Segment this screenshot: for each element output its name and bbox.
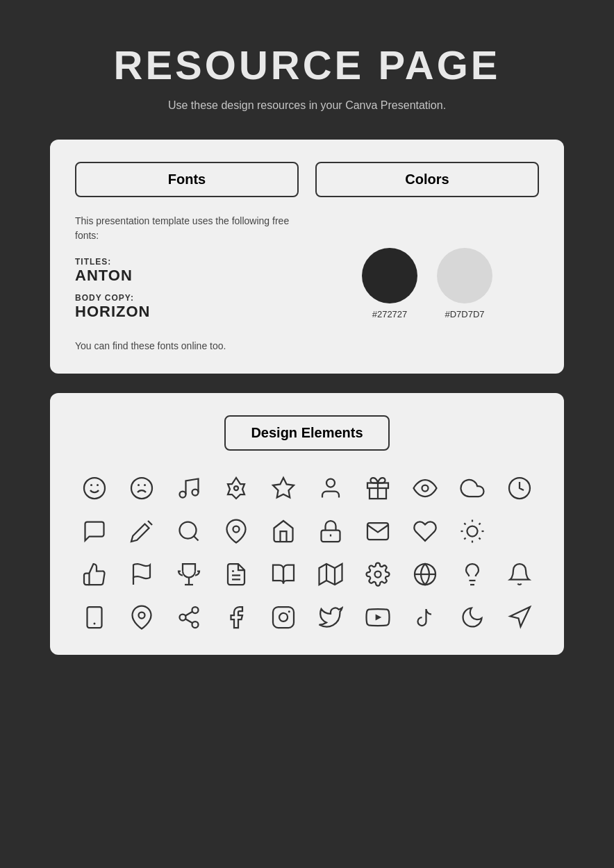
color-swatch-dark: #272727 <box>362 248 417 319</box>
color-swatch-light: #D7D7D7 <box>437 248 492 319</box>
tiktok-icon <box>410 602 440 633</box>
flag-icon <box>126 559 157 590</box>
svg-point-6 <box>180 492 186 498</box>
megaphone-icon <box>504 602 535 633</box>
document-icon <box>221 559 251 590</box>
mail-icon <box>363 516 393 546</box>
svg-point-37 <box>375 571 381 578</box>
svg-point-47 <box>192 621 199 628</box>
bell-icon <box>504 559 535 590</box>
svg-line-28 <box>464 538 465 540</box>
lock-icon <box>315 516 346 546</box>
sad-icon <box>126 473 157 503</box>
rocket-icon <box>221 473 251 503</box>
svg-line-49 <box>185 612 192 616</box>
color-hex-dark: #272727 <box>372 309 408 319</box>
search-icon <box>174 516 204 546</box>
book-icon <box>268 559 299 590</box>
page-subtitle: Use these design resources in your Canva… <box>168 99 446 112</box>
svg-line-17 <box>194 536 199 541</box>
svg-rect-50 <box>273 607 294 628</box>
home-icon <box>268 516 299 546</box>
svg-marker-34 <box>320 564 342 585</box>
gift-icon <box>363 473 393 503</box>
instagram-icon <box>268 602 299 633</box>
page-title: RESOURCE PAGE <box>114 42 501 88</box>
font-entry-body: BODY COPY: HORIZON <box>75 293 299 321</box>
clock-icon <box>504 473 535 503</box>
font-name-horizon: HORIZON <box>75 303 299 321</box>
pencil-icon <box>126 516 157 546</box>
color-hex-light: #D7D7D7 <box>445 309 484 319</box>
icons-grid <box>75 473 539 633</box>
youtube-icon <box>363 602 393 633</box>
fonts-footer-text: You can find these fonts online too. <box>75 340 299 351</box>
colors-section-label: Colors <box>315 162 539 197</box>
user-icon <box>315 473 346 503</box>
heart-icon <box>410 516 440 546</box>
phone-icon <box>79 602 110 633</box>
color-circle-light <box>437 248 492 303</box>
svg-point-16 <box>180 522 197 539</box>
cloud-icon <box>457 473 488 503</box>
svg-line-29 <box>479 523 481 524</box>
svg-marker-9 <box>273 478 294 498</box>
music-icon <box>174 473 204 503</box>
svg-point-0 <box>84 478 105 499</box>
svg-point-8 <box>234 486 238 490</box>
design-elements-card: Design Elements <box>50 393 564 655</box>
fonts-section-label: Fonts <box>75 162 299 197</box>
svg-point-44 <box>139 612 145 619</box>
svg-point-18 <box>233 526 240 533</box>
share-icon <box>174 602 204 633</box>
trophy-icon <box>174 559 204 590</box>
empty-slot-1 <box>504 516 535 546</box>
settings-icon <box>363 559 393 590</box>
font-name-anton: ANTON <box>75 267 299 285</box>
svg-point-45 <box>192 607 199 613</box>
moon-icon <box>457 602 488 633</box>
svg-point-46 <box>180 615 186 621</box>
map-icon <box>315 559 346 590</box>
svg-point-10 <box>326 479 335 487</box>
fonts-section: This presentation template uses the foll… <box>75 214 299 351</box>
fonts-intro-text: This presentation template uses the foll… <box>75 214 299 243</box>
eye-icon <box>410 473 440 503</box>
sun-icon <box>457 516 488 546</box>
twitter-icon <box>315 602 346 633</box>
font-label-body: BODY COPY: <box>75 293 299 303</box>
pin-icon <box>221 516 251 546</box>
svg-point-13 <box>422 485 429 492</box>
design-elements-label: Design Elements <box>224 415 389 451</box>
svg-line-48 <box>185 619 192 623</box>
svg-point-21 <box>467 526 478 537</box>
facebook-icon <box>221 602 251 633</box>
svg-point-3 <box>131 478 152 499</box>
font-label-titles: TITLES: <box>75 257 299 267</box>
svg-marker-52 <box>376 614 382 620</box>
font-entry-titles: TITLES: ANTON <box>75 257 299 285</box>
chat-icon <box>79 516 110 546</box>
color-swatches: #272727 #D7D7D7 <box>362 248 492 319</box>
smile-icon <box>79 473 110 503</box>
svg-point-7 <box>192 490 199 496</box>
globe-icon <box>410 559 440 590</box>
svg-line-24 <box>464 523 465 524</box>
star-icon <box>268 473 299 503</box>
location-icon <box>126 602 157 633</box>
thumbsup-icon <box>79 559 110 590</box>
svg-line-25 <box>479 538 481 540</box>
bulb-icon <box>457 559 488 590</box>
fonts-colors-card: Fonts Colors This presentation template … <box>50 140 564 374</box>
color-circle-dark <box>362 248 417 303</box>
svg-line-15 <box>148 521 152 525</box>
colors-section: #272727 #D7D7D7 <box>315 214 539 351</box>
